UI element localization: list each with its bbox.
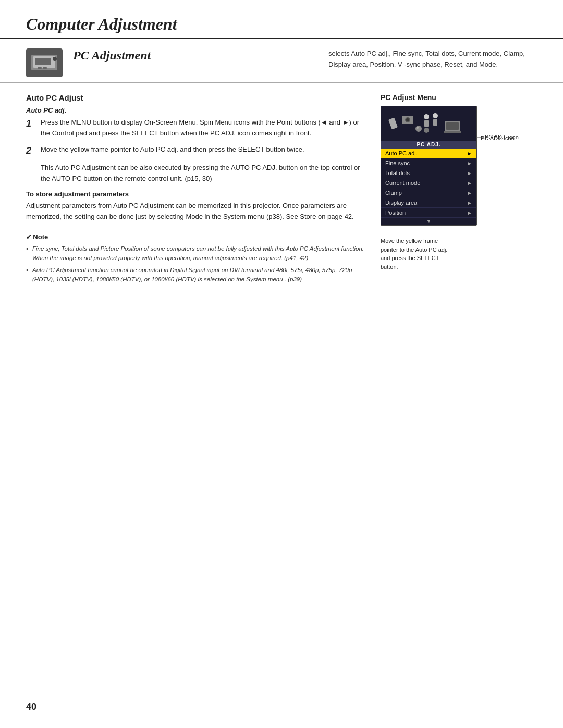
right-column: PC Adjust Menu: [381, 93, 537, 287]
menu-item-display-area: Display area ►: [381, 198, 476, 208]
menu-title-bar: PC ADJ.: [381, 141, 476, 149]
menu-item-current-mode: Current mode ►: [381, 178, 476, 188]
store-heading: To store adjustment parameters: [26, 190, 365, 198]
step-2-number: 2: [26, 144, 38, 157]
store-text: Adjustment parameters from Auto PC Adjus…: [26, 201, 365, 223]
step-1: 1 Press the MENU button to display On-Sc…: [26, 117, 365, 139]
svg-point-18: [415, 126, 422, 132]
menu-item-label: Current mode: [385, 180, 420, 186]
svg-point-11: [424, 114, 429, 119]
page-number: 40: [26, 701, 36, 712]
menu-item-label: Clamp: [385, 190, 402, 196]
svg-rect-12: [424, 120, 429, 127]
main-content: Auto PC Adjust Auto PC adj. 1 Press the …: [0, 93, 563, 287]
menu-item-arrow: ►: [467, 210, 472, 216]
projector-icon: [26, 48, 63, 77]
menu-item-label: Position: [385, 209, 406, 216]
svg-rect-14: [433, 119, 437, 126]
menu-item-label: Display area: [385, 200, 417, 206]
pc-adj-description: selects Auto PC adj., Fine sync, Total d…: [318, 48, 537, 70]
menu-item-position: Position ►: [381, 208, 476, 218]
menu-item-arrow: ►: [467, 200, 472, 206]
menu-item-label: Total dots: [385, 170, 410, 176]
svg-rect-6: [43, 67, 47, 69]
auto-pc-adj-subheading: Auto PC adj.: [26, 106, 365, 114]
menu-item-auto-pc-adj: Auto PC adj. ►: [381, 149, 476, 158]
svg-point-4: [53, 57, 57, 61]
menu-item-arrow: ►: [467, 170, 472, 176]
pc-adj-subtitle: PC Adjustment: [73, 48, 151, 63]
auto-pc-adjust-heading: Auto PC Adjust: [26, 93, 365, 102]
svg-rect-16: [446, 122, 459, 130]
menu-item-fine-sync: Fine sync ►: [381, 158, 476, 168]
pc-adjust-menu-heading: PC Adjust Menu: [381, 93, 537, 102]
move-pointer-text: Move the yellow frame pointer to the Aut…: [381, 237, 448, 271]
pc-adj-header: PC Adjustment selects Auto PC adj., Fine…: [0, 39, 563, 83]
menu-item-arrow: ►: [467, 180, 472, 186]
svg-text:PC ADJ. icon: PC ADJ. icon: [485, 134, 519, 140]
step-1-text: Press the MENU button to display On-Scre…: [41, 117, 365, 139]
menu-item-total-dots: Total dots ►: [381, 168, 476, 178]
menu-item-clamp: Clamp ►: [381, 188, 476, 198]
note-title: Note: [26, 233, 365, 241]
menu-items-list: Auto PC adj. ► Fine sync ► Total dots ► …: [381, 149, 476, 225]
svg-rect-3: [35, 58, 51, 65]
menu-item-label: Fine sync: [385, 160, 410, 166]
svg-rect-7: [388, 118, 397, 130]
page-title: Computer Adjustment: [0, 0, 563, 39]
step-1-number: 1: [26, 117, 38, 130]
step-2: 2 Move the yellow frame pointer to Auto …: [26, 144, 365, 157]
menu-item-arrow: ►: [467, 190, 472, 196]
note-section: Note Fine sync, Total dots and Picture P…: [26, 233, 365, 285]
menu-area: PC ADJ. Auto PC adj. ► Fine sync ► Total…: [381, 106, 477, 230]
note-item-2: Auto PC Adjustment function cannot be op…: [26, 265, 365, 285]
menu-item-label: Auto PC adj.: [385, 150, 418, 156]
svg-rect-5: [38, 67, 42, 69]
note-item-1: Fine sync, Total dots and Picture Positi…: [26, 244, 365, 263]
step-2-continuation: This Auto PC Adjustment can be also exec…: [26, 163, 365, 184]
svg-point-10: [406, 118, 409, 121]
step-2-text: Move the yellow frame pointer to Auto PC…: [41, 144, 304, 155]
pc-adj-header-text: PC Adjustment: [73, 48, 151, 65]
menu-item-arrow: ►: [467, 161, 472, 166]
callout-line-svg: PC ADJ. icon: [476, 127, 528, 142]
svg-point-19: [417, 127, 419, 129]
pc-adj-menu-screenshot: PC ADJ. Auto PC adj. ► Fine sync ► Total…: [381, 106, 477, 226]
menu-item-arrow: ►: [467, 151, 472, 156]
svg-rect-17: [444, 131, 461, 133]
svg-point-13: [433, 113, 438, 118]
left-column: Auto PC Adjust Auto PC adj. 1 Press the …: [26, 93, 365, 287]
svg-point-20: [424, 128, 429, 133]
